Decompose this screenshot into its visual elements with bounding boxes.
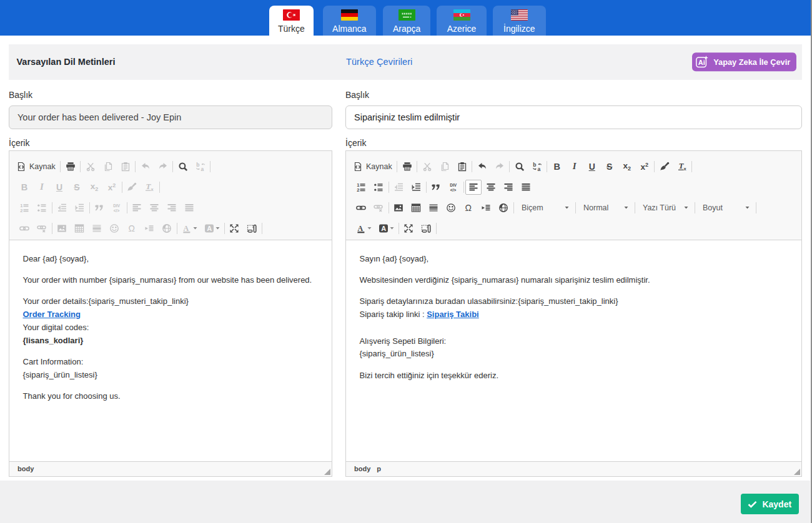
svg-text:Ai: Ai [698, 59, 705, 66]
